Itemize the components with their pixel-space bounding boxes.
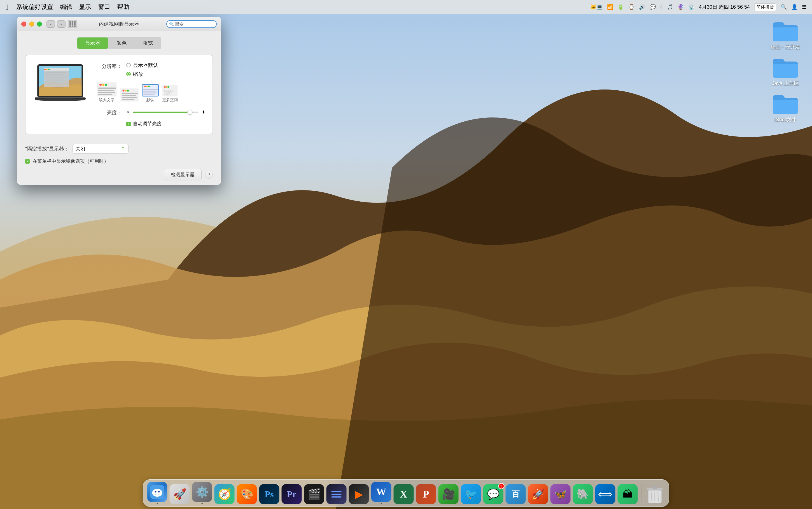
maximize-button[interactable]	[37, 22, 42, 27]
dock-item-excel[interactable]: X	[394, 484, 414, 504]
detect-displays-button[interactable]: 检测显示器	[164, 169, 201, 180]
menubar-icon-4[interactable]: ⌚	[628, 4, 634, 10]
forward-button[interactable]: ›	[57, 21, 65, 28]
menubar-search[interactable]: 🔍	[781, 4, 787, 10]
svg-point-28	[125, 90, 127, 92]
resolution-thumbnails: 较大文字	[97, 82, 206, 103]
resolution-option-default[interactable]: 显示器默认	[126, 62, 158, 69]
radio-scaled[interactable]	[126, 72, 131, 76]
res-thumb-larger-text[interactable]: 较大文字	[97, 82, 117, 103]
dock-item-word[interactable]: W	[371, 482, 392, 504]
search-input[interactable]	[166, 20, 217, 28]
bottom-buttons: 检测显示器 ?	[25, 169, 213, 180]
grid-view-button[interactable]	[68, 20, 77, 28]
mountain-icon: 🏔	[618, 484, 638, 504]
dock-item-photoshop[interactable]: Ps	[259, 484, 279, 504]
desktop-icon-yunkaifa[interactable]: 稿山 - 云开发	[767, 20, 804, 50]
dock-item-rocketim[interactable]: 🚀	[528, 484, 548, 504]
svg-point-44	[166, 86, 167, 88]
menubar-wifi[interactable]: 📡	[688, 4, 694, 10]
dock-item-infuse[interactable]: ▶	[349, 484, 369, 504]
menubar-icon-5[interactable]: 🔊	[639, 4, 645, 10]
dock-item-bear[interactable]: 🐦	[461, 484, 481, 504]
word-icon: W	[371, 482, 392, 502]
dock-item-evernote[interactable]: 🐘	[573, 484, 593, 504]
dock-item-sysprefs[interactable]: ⚙️	[192, 482, 212, 504]
menubar-list[interactable]: ☰	[802, 4, 806, 10]
menu-help[interactable]: 帮助	[117, 3, 129, 11]
pockity-icon: 🦋	[551, 484, 571, 504]
brightness-slider[interactable]	[133, 111, 198, 113]
close-button[interactable]	[21, 22, 26, 27]
filmage-icon: 🎥	[438, 484, 459, 504]
mirror-checkbox[interactable]	[25, 159, 30, 164]
dock-dot-word	[380, 503, 382, 504]
menubar-wechat[interactable]: 💬	[650, 4, 656, 10]
svg-point-21	[105, 83, 107, 86]
menu-display[interactable]: 显示	[79, 3, 91, 11]
tab-color[interactable]: 颜色	[108, 37, 134, 49]
svg-rect-12	[45, 78, 63, 79]
auto-brightness-checkbox[interactable]	[126, 122, 131, 126]
svg-point-20	[102, 83, 104, 86]
window-search[interactable]: 🔍	[166, 20, 217, 28]
excel-icon: X	[394, 484, 414, 504]
menu-edit[interactable]: 编辑	[60, 3, 72, 11]
dock-item-mountain[interactable]: 🏔	[618, 484, 638, 504]
svg-rect-14	[45, 83, 61, 83]
res-thumb-2[interactable]	[120, 88, 138, 103]
tab-display[interactable]: 显示器	[77, 37, 108, 49]
desktop-icon-ishot[interactable]: iShot文件	[767, 92, 804, 123]
menubar-icon-2[interactable]: 📶	[607, 4, 613, 10]
menubar-icon-3[interactable]: 🔋	[618, 4, 624, 10]
menubar-user[interactable]: 👤	[791, 4, 798, 10]
dock-item-pixelmator[interactable]: 🎨	[237, 484, 257, 504]
menubar-icon-6[interactable]: 🎵	[667, 4, 673, 10]
dock-item-pockity[interactable]: 🦋	[551, 484, 571, 504]
tab-nightshift[interactable]: 夜览	[135, 37, 161, 49]
menubar-wechat-badge: 3	[660, 5, 662, 9]
window-nav: ‹ ›	[46, 21, 65, 28]
minimize-button[interactable]	[29, 22, 34, 27]
dock-item-safari[interactable]: 🧭	[215, 484, 235, 504]
svg-point-29	[127, 90, 129, 92]
dock-item-wechat[interactable]: 💬 3	[483, 484, 503, 504]
svg-point-17	[35, 98, 86, 101]
apple-menu[interactable]: 	[6, 3, 8, 11]
svg-point-55	[158, 491, 160, 493]
res-thumb-default[interactable]: 默认	[142, 84, 159, 103]
menubar-icon-7[interactable]: 🔮	[678, 4, 684, 10]
svg-text:troublemak...: troublemak...	[164, 92, 171, 94]
desktop-icon-label-ishot: iShot文件	[775, 116, 796, 123]
svg-point-19	[99, 83, 102, 86]
dock-item-finalcut[interactable]: 🎬	[304, 484, 324, 504]
menubar-input-method[interactable]: 简体拼音	[754, 3, 776, 11]
dock-item-teamviewer[interactable]: ⟺	[595, 484, 616, 504]
menubar-icon-1[interactable]: 🐱‍💻	[590, 4, 602, 10]
brightness-icon-low: ☀	[126, 110, 130, 114]
help-button[interactable]: ?	[205, 171, 213, 179]
menu-system-prefs[interactable]: 系统偏好设置	[16, 3, 53, 11]
trash-icon	[645, 484, 665, 504]
dock-item-powerpoint[interactable]: P	[416, 484, 436, 504]
res-thumb-label-0: 较大文字	[99, 98, 115, 103]
res-thumb-more-space[interactable]: Here's to the c... troublemak... ones wh…	[162, 85, 178, 103]
resolution-option-scaled[interactable]: 缩放	[126, 71, 158, 77]
menu-window[interactable]: 窗口	[98, 3, 110, 11]
dock-item-finder[interactable]	[147, 482, 167, 504]
dock-item-taskheat[interactable]	[326, 484, 347, 504]
dock-item-filmage[interactable]: 🎥	[438, 484, 459, 504]
dock-item-launchpad[interactable]: 🚀	[170, 484, 190, 504]
airplay-select[interactable]: 关闭 ⌃	[72, 144, 128, 154]
desktop-icon-java[interactable]: Java 工作区	[767, 56, 804, 87]
folder-icon-java	[772, 56, 800, 78]
dock-item-trash[interactable]	[645, 484, 665, 504]
radio-default[interactable]	[126, 63, 131, 67]
svg-rect-31	[122, 95, 136, 96]
menubar-datetime[interactable]: 4月30日 周四 16 56 54	[699, 4, 750, 10]
svg-point-54	[155, 491, 157, 493]
dock-item-baidu[interactable]: 百	[506, 484, 526, 504]
dock-item-premiere[interactable]: Pr	[282, 484, 302, 504]
back-button[interactable]: ‹	[46, 21, 55, 28]
bear-icon: 🐦	[461, 484, 481, 504]
